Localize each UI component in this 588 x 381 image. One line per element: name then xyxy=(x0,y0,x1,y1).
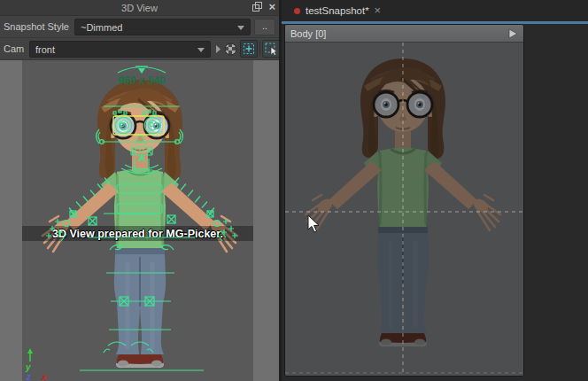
unsaved-indicator-dot xyxy=(294,8,300,14)
restore-window-icon[interactable] xyxy=(252,2,262,12)
app-window: 3D View × Snapshot Style ~Dimmed .. Cam … xyxy=(0,0,588,381)
axis-z-label: z xyxy=(26,372,31,381)
select-tool-icon[interactable] xyxy=(262,40,280,58)
expand-right-icon[interactable] xyxy=(215,45,221,53)
cam-label: Cam xyxy=(0,43,24,54)
panel-title: 3D View xyxy=(121,3,158,13)
body-group-box[interactable]: Body [0] xyxy=(284,24,524,377)
tab-close-icon[interactable]: × xyxy=(375,5,382,16)
cam-value: front xyxy=(35,44,55,55)
3d-viewport[interactable]: 3D View prepared for MG-Picker. 960 x 54… xyxy=(0,60,279,381)
body-item-header[interactable]: Body [0] xyxy=(285,25,523,43)
3d-view-panel: 3D View × Snapshot Style ~Dimmed .. Cam … xyxy=(0,0,279,381)
snapshot-style-label: Snapshot Style xyxy=(0,21,69,32)
snapshot-style-more-button[interactable]: .. xyxy=(254,19,275,35)
tab-testsnapshot[interactable]: testSnapshot* × xyxy=(282,0,388,21)
3d-view-titlebar[interactable]: 3D View × xyxy=(0,0,279,16)
render-sphere-icon[interactable] xyxy=(221,40,239,58)
mouse-cursor xyxy=(307,214,321,233)
axis-gizmo: y z x xyxy=(22,346,58,381)
toolbar-separator xyxy=(259,42,260,56)
snapshot-style-row: Snapshot Style ~Dimmed .. xyxy=(0,16,279,38)
body-item-label: Body [0] xyxy=(290,28,326,39)
play-expand-icon[interactable] xyxy=(508,28,518,39)
snapshot-style-value: ~Dimmed xyxy=(81,22,122,33)
axis-y-label: y xyxy=(25,362,31,372)
camera-view[interactable]: 3D View prepared for MG-Picker. 960 x 54… xyxy=(22,60,253,381)
snapshot-capture-icon[interactable] xyxy=(240,40,258,58)
tab-label: testSnapshot* xyxy=(306,5,369,16)
chevron-down-icon xyxy=(197,48,205,52)
rig-controls-overlay[interactable]: 960 x 540 xyxy=(22,60,253,381)
cam-row: Cam front xyxy=(0,38,279,60)
axis-x-label: x xyxy=(41,372,47,381)
snapshot-style-dropdown[interactable]: ~Dimmed xyxy=(74,19,251,35)
close-panel-icon[interactable]: × xyxy=(268,2,275,12)
snapshot-image xyxy=(285,43,523,376)
picker-canvas[interactable] xyxy=(285,43,523,376)
picker-editor-panel: testSnapshot* × Body [0] xyxy=(282,0,588,381)
editor-tabbar: testSnapshot* × xyxy=(282,0,588,21)
cam-dropdown[interactable]: front xyxy=(29,41,211,58)
chevron-down-icon xyxy=(237,26,244,30)
resolution-gate-label: 960 x 540 xyxy=(118,74,166,87)
